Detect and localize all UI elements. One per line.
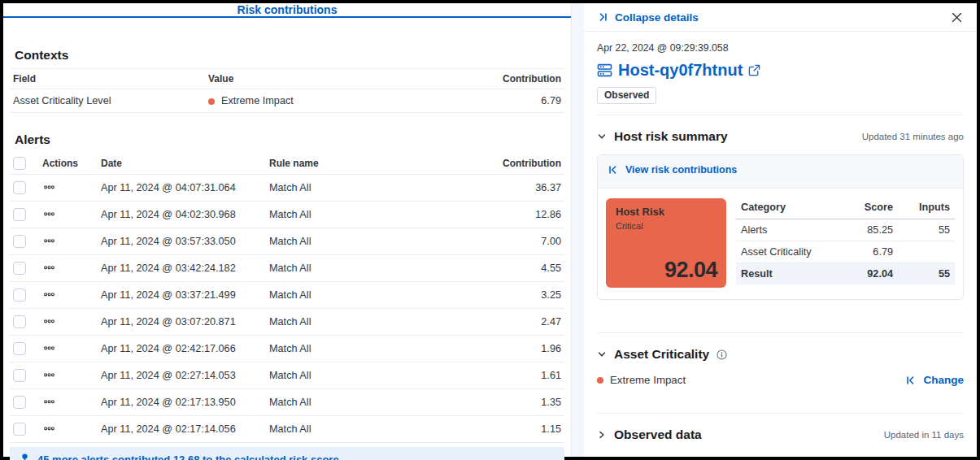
alert-date: Apr 11, 2024 @ 04:02:30.968 (98, 202, 266, 228)
alerts-heading: Alerts (15, 132, 564, 147)
row-checkbox[interactable] (13, 342, 26, 355)
score-row: Asset Criticality 6.79 (736, 241, 955, 263)
alert-row: Apr 11, 2024 @ 03:07:20.871 Match All 2.… (10, 309, 564, 336)
alert-date: Apr 11, 2024 @ 03:57:33.050 (98, 228, 266, 255)
info-icon[interactable] (716, 349, 727, 360)
arrow-end-icon (597, 11, 608, 23)
host-title-row: Host-qy0f7htnut (597, 61, 964, 80)
alerts-col-actions: Actions (39, 153, 98, 175)
observed-updated-text: Updated in 11 days (884, 430, 964, 440)
asset-criticality-value: Extreme Impact (597, 374, 686, 386)
close-icon (952, 12, 962, 23)
risk-score-table: Category Score Inputs Alerts 85.25 55 (736, 198, 955, 284)
alert-contribution: 2.47 (480, 309, 564, 336)
chevron-right-icon (597, 430, 607, 440)
observed-data-toggle[interactable]: Observed data (597, 427, 702, 442)
contexts-col-value: Value (205, 69, 475, 89)
divider (597, 413, 964, 414)
observed-data-title: Observed data (614, 427, 702, 442)
row-checkbox[interactable] (13, 289, 26, 302)
observed-badge: Observed (597, 87, 656, 104)
alert-rule: Match All (266, 362, 480, 389)
risk-card-title: Host Risk (616, 206, 716, 218)
context-field: Asset Criticality Level (10, 89, 205, 113)
alert-rule: Match All (266, 255, 480, 282)
row-actions-button[interactable] (42, 315, 56, 328)
row-actions-button[interactable] (42, 234, 56, 248)
alert-row: Apr 11, 2024 @ 03:37:21.499 Match All 3.… (10, 282, 564, 309)
alert-contribution: 1.35 (480, 389, 564, 416)
alert-row: Apr 11, 2024 @ 03:57:33.050 Match All 7.… (10, 228, 564, 255)
alert-row: Apr 11, 2024 @ 02:17:13.950 Match All 1.… (10, 389, 564, 416)
alert-date: Apr 11, 2024 @ 02:27:14.053 (98, 362, 266, 389)
tab-bar: Risk contributions (3, 3, 571, 18)
row-actions-button[interactable] (42, 395, 56, 409)
boxes-horizontal-icon (44, 343, 54, 354)
asset-criticality-row: Extreme Impact Change (597, 374, 964, 386)
alert-contribution: 1.15 (480, 416, 564, 443)
arrow-start-icon (905, 375, 917, 386)
alert-rule: Match All (266, 416, 480, 443)
alert-date: Apr 11, 2024 @ 03:37:21.499 (98, 282, 266, 309)
chevron-down-icon (597, 349, 607, 359)
alert-row: Apr 11, 2024 @ 04:07:31.064 Match All 36… (10, 175, 564, 202)
asset-criticality-header: Asset Criticality (597, 347, 964, 362)
close-flyout-button[interactable] (950, 11, 964, 24)
row-checkbox[interactable] (13, 423, 26, 436)
host-risk-summary-toggle[interactable]: Host risk summary (597, 129, 728, 144)
row-actions-button[interactable] (42, 341, 56, 355)
score-col-inputs: Inputs (898, 198, 955, 219)
row-actions-button[interactable] (42, 180, 56, 194)
change-criticality-button[interactable]: Change (905, 374, 964, 386)
alert-contribution: 3.25 (480, 282, 564, 309)
boxes-horizontal-icon (44, 263, 54, 273)
criticality-dot-icon (597, 377, 603, 384)
alert-rule: Match All (266, 389, 480, 416)
alert-date: Apr 11, 2024 @ 03:07:20.871 (98, 309, 266, 336)
row-checkbox[interactable] (13, 369, 26, 382)
alerts-col-rule: Rule name (266, 153, 480, 175)
more-alerts-callout: 45 more alerts contributed 12.68 to the … (10, 447, 564, 460)
context-value: Extreme Impact (205, 89, 475, 113)
popout-icon[interactable] (748, 64, 760, 76)
callout-text: 45 more alerts contributed 12.68 to the … (37, 453, 339, 460)
alert-rule: Match All (266, 336, 480, 362)
row-checkbox[interactable] (13, 315, 26, 328)
row-actions-button[interactable] (42, 207, 56, 221)
alert-contribution: 7.00 (480, 228, 564, 255)
row-actions-button[interactable] (42, 422, 56, 436)
boxes-horizontal-icon (44, 423, 54, 434)
score-category: Alerts (736, 219, 815, 241)
row-checkbox[interactable] (13, 235, 26, 248)
boxes-horizontal-icon (44, 397, 54, 407)
alerts-col-contribution: Contribution (480, 153, 564, 175)
row-actions-button[interactable] (42, 288, 56, 302)
score-col-category: Category (736, 198, 815, 219)
risk-contributions-panel: Risk contributions Contexts Field Value … (3, 3, 571, 457)
row-checkbox[interactable] (13, 208, 26, 221)
score-col-score: Score (815, 198, 898, 219)
row-actions-button[interactable] (42, 261, 56, 275)
pin-icon (20, 453, 30, 460)
select-all-checkbox[interactable] (13, 157, 26, 170)
alert-date: Apr 11, 2024 @ 02:17:14.056 (98, 416, 266, 443)
alert-rule: Match All (266, 228, 480, 255)
alerts-col-date: Date (98, 153, 266, 175)
alert-row: Apr 11, 2024 @ 04:02:30.968 Match All 12… (10, 202, 564, 228)
host-details-flyout: Collapse details Apr 22, 2024 @ 09:29:39… (584, 3, 977, 457)
risk-summary-content: Host Risk Critical 92.04 Category Score … (598, 189, 963, 299)
row-checkbox[interactable] (13, 181, 26, 194)
asset-criticality-toggle[interactable]: Asset Criticality (597, 347, 727, 362)
row-actions-button[interactable] (42, 368, 56, 382)
score-inputs: 55 (898, 219, 955, 241)
flyout-header: Collapse details (584, 3, 977, 32)
risk-summary-panel-header: View risk contributions (598, 155, 963, 189)
tab-risk-contributions[interactable]: Risk contributions (237, 3, 338, 16)
host-name-link[interactable]: Host-qy0f7htnut (618, 61, 743, 80)
row-checkbox[interactable] (13, 396, 26, 409)
view-risk-contributions-button[interactable]: View risk contributions (608, 164, 737, 176)
collapse-details-button[interactable]: Collapse details (597, 11, 699, 24)
context-contribution: 6.79 (475, 89, 564, 113)
row-checkbox[interactable] (13, 262, 26, 275)
alert-contribution: 12.86 (480, 202, 564, 228)
